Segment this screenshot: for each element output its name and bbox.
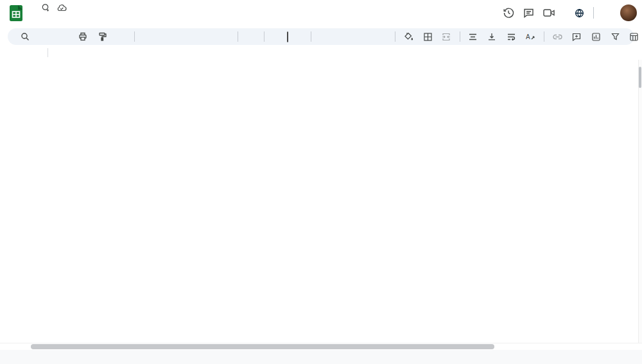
search-icon[interactable] bbox=[17, 30, 33, 44]
decrease-font-size-icon[interactable] bbox=[269, 30, 286, 44]
insert-link-icon[interactable] bbox=[549, 30, 566, 44]
version-history-icon[interactable] bbox=[503, 7, 514, 19]
vertical-scrollbar[interactable] bbox=[638, 60, 642, 343]
font-selector[interactable] bbox=[243, 30, 259, 44]
print-icon[interactable] bbox=[74, 30, 91, 44]
spreadsheet-grid bbox=[0, 60, 642, 343]
horizontal-align-icon[interactable] bbox=[465, 30, 482, 44]
sheet-tab-bar bbox=[0, 350, 642, 364]
avatar[interactable] bbox=[620, 4, 637, 21]
borders-icon[interactable] bbox=[419, 30, 436, 44]
merge-cells-icon[interactable] bbox=[438, 30, 455, 44]
cloud-saved-icon[interactable] bbox=[56, 4, 67, 12]
toolbar: A bbox=[8, 28, 634, 45]
increase-font-size-icon[interactable] bbox=[290, 30, 306, 44]
vertical-scrollbar-thumb[interactable] bbox=[639, 67, 641, 88]
vertical-align-icon[interactable] bbox=[484, 30, 501, 44]
label-icon[interactable] bbox=[41, 3, 50, 12]
app-header bbox=[0, 0, 642, 27]
redo-icon[interactable] bbox=[55, 30, 72, 44]
sheets-logo-icon[interactable] bbox=[8, 4, 26, 22]
italic-icon[interactable] bbox=[335, 30, 352, 44]
meet-camera-icon[interactable] bbox=[543, 8, 557, 17]
formula-bar bbox=[0, 45, 642, 60]
text-rotation-icon[interactable]: A bbox=[523, 30, 539, 44]
text-color-icon[interactable] bbox=[374, 30, 390, 44]
fill-color-icon[interactable] bbox=[400, 30, 417, 44]
increase-decimal-icon[interactable] bbox=[197, 30, 214, 44]
share-button[interactable] bbox=[566, 3, 611, 22]
undo-icon[interactable] bbox=[36, 30, 53, 44]
table-views-icon[interactable] bbox=[626, 30, 642, 44]
svg-text:A: A bbox=[526, 33, 530, 40]
share-divider bbox=[593, 7, 594, 19]
horizontal-scrollbar-thumb[interactable] bbox=[31, 344, 494, 349]
globe-icon bbox=[575, 8, 584, 18]
paint-format-icon[interactable] bbox=[94, 30, 110, 44]
percent-format-icon[interactable] bbox=[159, 30, 175, 44]
decrease-decimal-icon[interactable] bbox=[178, 30, 195, 44]
number-format-icon[interactable] bbox=[216, 30, 233, 44]
comment-history-icon[interactable] bbox=[523, 8, 534, 19]
text-wrap-icon[interactable] bbox=[503, 30, 520, 44]
currency-format-icon[interactable] bbox=[139, 30, 156, 44]
insert-chart-icon[interactable] bbox=[587, 30, 604, 44]
insert-comment-icon[interactable] bbox=[568, 30, 585, 44]
font-size-input[interactable] bbox=[287, 31, 288, 42]
bold-icon[interactable] bbox=[316, 30, 333, 44]
create-filter-icon[interactable] bbox=[607, 30, 623, 44]
zoom-control[interactable] bbox=[113, 30, 130, 44]
strikethrough-icon[interactable] bbox=[354, 30, 371, 44]
